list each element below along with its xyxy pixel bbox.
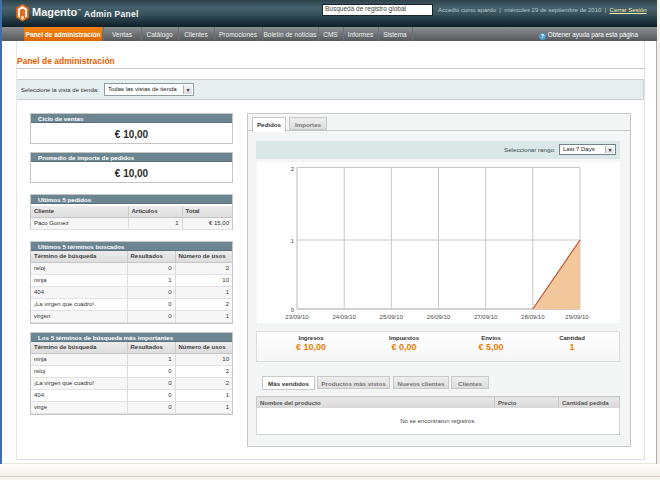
svg-text:2: 2 — [291, 166, 295, 172]
svg-text:25/09/10: 25/09/10 — [380, 314, 404, 320]
svg-text:27/09/10: 27/09/10 — [474, 314, 498, 320]
svg-text:28/09/10: 28/09/10 — [521, 314, 545, 320]
svg-text:1: 1 — [291, 238, 295, 244]
svg-text:26/09/10: 26/09/10 — [427, 314, 451, 320]
svg-text:24/09/10: 24/09/10 — [333, 314, 357, 320]
svg-text:23/09/10: 23/09/10 — [285, 314, 309, 320]
svg-text:29/09/10: 29/09/10 — [565, 314, 589, 320]
svg-text:0: 0 — [291, 307, 295, 313]
